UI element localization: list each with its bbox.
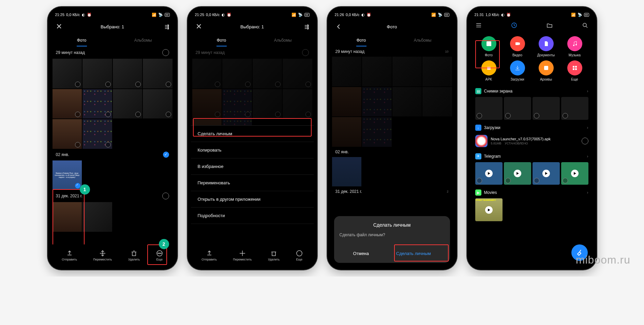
video-thumb[interactable] <box>533 162 560 185</box>
search-icon[interactable] <box>582 22 588 30</box>
photo-thumb[interactable] <box>53 89 82 119</box>
photo-thumb[interactable] <box>362 87 392 117</box>
photo-thumb[interactable] <box>143 89 173 119</box>
zip-icon: ZIP <box>539 60 554 75</box>
cat-more[interactable]: Еще <box>561 60 588 81</box>
cat-archives[interactable]: ZIPАрхивы <box>533 60 560 81</box>
menu-favorite[interactable]: В избранное <box>191 158 314 175</box>
photo-thumb[interactable] <box>362 117 392 147</box>
document-icon <box>539 36 554 51</box>
video-thumb[interactable] <box>561 162 588 185</box>
file-row[interactable]: Nova Launcher_v7.0.57(70057).apk 5.81MB … <box>475 133 588 149</box>
photo-thumb-selected[interactable]: Бажаю в Новому Році - якщо спотикатися, … <box>53 160 82 190</box>
move-button[interactable]: Переместить <box>233 250 252 261</box>
folder-icon[interactable] <box>546 22 553 30</box>
video-thumb[interactable] <box>504 162 531 185</box>
recent-icon[interactable] <box>511 22 518 30</box>
send-button[interactable]: Отправить <box>62 250 77 261</box>
delete-button[interactable]: Удалить <box>128 250 140 261</box>
cat-apk[interactable]: APK <box>475 60 503 81</box>
photo-thumb[interactable] <box>222 59 252 88</box>
video-thumb[interactable] <box>475 162 503 185</box>
photo-thumb[interactable] <box>222 89 252 119</box>
tab-photos[interactable]: Фото <box>51 34 113 46</box>
confirm-button[interactable]: Сделать личным <box>388 248 439 259</box>
photo-thumb[interactable] <box>83 202 112 232</box>
photo-thumb[interactable] <box>332 117 362 147</box>
send-button[interactable]: Отправить <box>201 250 217 261</box>
photo-thumb[interactable] <box>113 89 143 119</box>
photo-thumb[interactable] <box>362 57 392 86</box>
select-all-icon[interactable]: ⇶ <box>165 24 169 30</box>
delete-button[interactable]: Удалить <box>268 250 280 261</box>
photo-thumb[interactable] <box>392 87 422 117</box>
menu-icon[interactable] <box>475 22 482 30</box>
move-button[interactable]: Переместить <box>93 250 112 261</box>
downloads-section[interactable]: ↓ Загрузки › Nova Launcher_v7.0.57(70057… <box>470 121 593 150</box>
tab-albums[interactable]: Альбомы <box>392 34 453 46</box>
photo-thumb[interactable] <box>83 119 112 149</box>
cat-downloads[interactable]: Загрузки <box>504 60 531 81</box>
photo-thumb[interactable] <box>53 59 82 88</box>
phone-4: 21:31 1,0 КБ/с ◐ ⏰ 📶 📡 88 Фото Видео <box>467 7 597 270</box>
photo-thumb[interactable] <box>422 57 452 86</box>
screenshots-section[interactable]: ▤ Снимки экрана › <box>470 85 593 121</box>
close-icon[interactable]: ✕ <box>56 22 62 31</box>
cancel-button[interactable]: Отмена <box>345 248 377 259</box>
photo-thumb[interactable] <box>53 119 82 149</box>
photo-thumb[interactable] <box>283 89 312 119</box>
photo-thumb[interactable] <box>422 87 452 117</box>
menu-rename[interactable]: Переименовать <box>191 175 314 191</box>
section-select-all[interactable] <box>302 49 309 56</box>
section-select-all[interactable] <box>163 152 169 158</box>
close-icon[interactable]: ✕ <box>196 22 202 31</box>
menu-open-with[interactable]: Открыть в другом приложении <box>191 191 314 208</box>
menu-make-private[interactable]: Сделать личным <box>191 126 314 142</box>
back-button[interactable] <box>335 23 342 30</box>
telegram-section[interactable]: ✈ Telegram › <box>470 150 593 186</box>
tab-photos[interactable]: Фото <box>331 34 392 46</box>
photo-thumb[interactable] <box>332 157 362 187</box>
menu-copy[interactable]: Копировать <box>191 142 314 158</box>
tab-photos[interactable]: Фото <box>191 34 252 46</box>
photo-thumb[interactable] <box>113 59 143 88</box>
tab-albums[interactable]: Альбомы <box>252 34 314 46</box>
alarm-icon: ⏰ <box>227 13 231 17</box>
category-grid: Фото Видео Документы Музыка APK Загрузки… <box>470 33 593 85</box>
movie-thumb[interactable]: ПРИВЕТ ВЫЖИВШИЕ!!! <box>475 198 503 221</box>
photo-thumb[interactable] <box>192 59 222 88</box>
photo-thumb[interactable] <box>253 89 282 119</box>
svg-point-3 <box>161 253 161 254</box>
more-button[interactable]: Еще <box>296 250 303 261</box>
photo-thumb[interactable] <box>83 59 112 88</box>
section-select-all[interactable] <box>162 193 169 199</box>
cat-docs[interactable]: Документы <box>533 36 560 57</box>
photo-thumb[interactable] <box>53 202 82 232</box>
select-all-icon[interactable]: ⇶ <box>304 24 309 30</box>
menu-details[interactable]: Подробности <box>191 208 314 224</box>
photo-thumb[interactable] <box>332 87 362 117</box>
photo-thumb[interactable] <box>332 57 362 86</box>
cat-music[interactable]: Музыка <box>561 36 588 57</box>
photo-thumb[interactable] <box>83 89 112 119</box>
photo-thumb[interactable] <box>253 59 282 88</box>
photo-thumb[interactable] <box>283 59 312 88</box>
file-select-ring[interactable] <box>582 138 588 144</box>
cat-video[interactable]: Видео <box>504 36 531 57</box>
tab-albums[interactable]: Альбомы <box>113 34 174 46</box>
movies-section[interactable]: ▶ Movies › ПРИВЕТ ВЫЖИВШИЕ!!! <box>470 186 593 223</box>
photo-thumb[interactable] <box>143 59 173 88</box>
section-title: Telegram <box>484 154 501 159</box>
screenshot-thumb[interactable] <box>504 97 531 120</box>
section-select-all[interactable] <box>162 49 169 56</box>
screenshot-thumb[interactable] <box>561 97 588 120</box>
screenshot-thumb[interactable] <box>475 97 503 120</box>
more-button[interactable]: Еще <box>156 250 163 261</box>
app-bar: ✕ Выбрано: 1 ⇶ <box>51 19 174 34</box>
cat-photo[interactable]: Фото <box>475 36 503 57</box>
photo-thumb[interactable] <box>192 89 222 119</box>
screenshot-thumb[interactable] <box>533 97 560 120</box>
wifi-icon: 📡 <box>578 13 582 17</box>
file-size: 5.81MB <box>491 142 501 145</box>
photo-thumb[interactable] <box>392 57 422 86</box>
